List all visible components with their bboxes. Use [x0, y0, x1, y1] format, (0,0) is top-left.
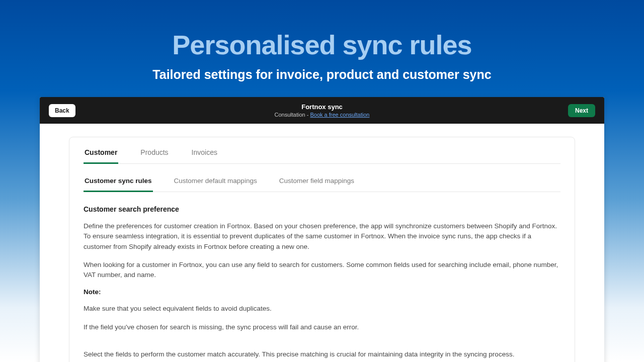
- subtab-default-mappings[interactable]: Customer default mappings: [173, 172, 258, 192]
- app-body: Customer Products Invoices Customer sync…: [40, 124, 604, 362]
- topbar-center: Fortnox sync Consultation - Book a free …: [275, 103, 370, 118]
- back-button[interactable]: Back: [49, 104, 75, 117]
- note-text-2: If the field you've chosen for search is…: [84, 322, 560, 332]
- paragraph-3: Select the fields to perform the custome…: [84, 349, 560, 359]
- tabs-secondary: Customer sync rules Customer default map…: [84, 172, 560, 192]
- app-title: Fortnox sync: [275, 103, 370, 111]
- paragraph-1: Define the preferences for customer crea…: [84, 221, 560, 252]
- tabs-primary: Customer Products Invoices: [84, 143, 560, 164]
- section-heading: Customer search preference: [84, 205, 560, 213]
- hero-subtitle: Tailored settings for invoice, product a…: [0, 67, 644, 82]
- subtab-sync-rules[interactable]: Customer sync rules: [84, 172, 153, 192]
- tab-products[interactable]: Products: [139, 143, 169, 163]
- app-frame: Back Fortnox sync Consultation - Book a …: [40, 97, 604, 362]
- paragraph-2: When looking for a customer in Fortnox, …: [84, 260, 560, 281]
- subtab-field-mappings[interactable]: Customer field mappings: [278, 172, 355, 192]
- note-label: Note:: [84, 288, 560, 296]
- consultation-prefix: Consultation -: [275, 112, 310, 118]
- tab-invoices[interactable]: Invoices: [191, 143, 218, 163]
- hero-title: Personalised sync rules: [0, 29, 644, 60]
- tab-customer[interactable]: Customer: [84, 143, 118, 164]
- consultation-link[interactable]: Book a free consultation: [310, 112, 369, 118]
- next-button[interactable]: Next: [568, 104, 595, 117]
- consultation-line: Consultation - Book a free consultation: [275, 112, 370, 118]
- settings-card: Customer Products Invoices Customer sync…: [69, 137, 575, 362]
- note-text-1: Make sure that you select equivalent fie…: [84, 304, 560, 314]
- hero: Personalised sync rules Tailored setting…: [0, 0, 644, 82]
- topbar: Back Fortnox sync Consultation - Book a …: [40, 97, 604, 124]
